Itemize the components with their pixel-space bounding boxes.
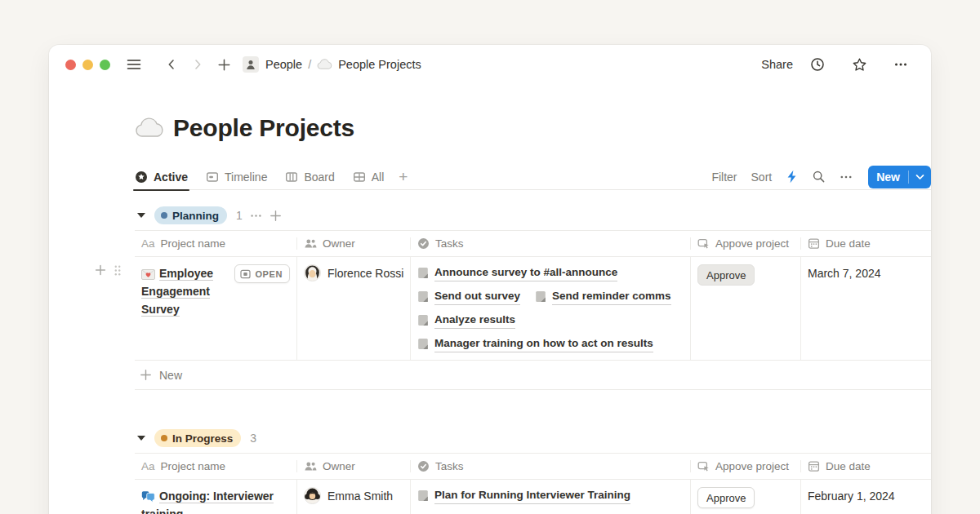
project-name-cell[interactable]: Ongoing: Interviewer training (135, 480, 296, 514)
people-icon (304, 237, 317, 250)
search-icon[interactable] (812, 170, 826, 184)
favorite-star-icon[interactable] (850, 55, 868, 73)
page-icon (417, 290, 429, 303)
column-header-due-date[interactable]: Due date (800, 460, 931, 472)
target-star-icon (135, 171, 148, 184)
status-dot (161, 212, 167, 219)
more-options-icon[interactable] (892, 55, 910, 73)
tab-timeline[interactable]: Timeline (206, 164, 267, 190)
cloud-icon (135, 117, 164, 139)
view-toolbar: Active Timeline Board All + (135, 164, 931, 190)
traffic-lights (65, 60, 110, 70)
view-more-icon[interactable] (840, 171, 853, 184)
page-icon (417, 338, 429, 350)
group-more-icon[interactable] (250, 210, 262, 222)
table-in-progress: Aa Project name Owner Tasks (135, 453, 931, 514)
owner-cell[interactable]: Emma Smith (296, 480, 410, 514)
plus-icon (140, 369, 152, 381)
text-property-icon: Aa (141, 460, 155, 472)
breadcrumb-root[interactable]: People (265, 58, 302, 71)
text-property-icon: Aa (141, 237, 155, 250)
minimize-window-button[interactable] (82, 60, 93, 70)
task-link[interactable]: Send out survey (417, 288, 520, 305)
tab-all[interactable]: All (353, 164, 385, 190)
task-link[interactable]: Send reminder comms (535, 288, 671, 305)
approve-button[interactable]: Approve (697, 487, 755, 508)
table-row[interactable]: OPEN Employee Engagement Survey Florence… (135, 257, 931, 361)
open-peek-button[interactable]: OPEN (234, 264, 290, 283)
tasks-cell[interactable]: Plan for Running Interviewer Training Ru… (410, 480, 690, 514)
filter-button[interactable]: Filter (711, 171, 737, 184)
column-header-owner[interactable]: Owner (296, 460, 410, 472)
table-planning: Aa Project name Owner Tasks (135, 230, 931, 361)
due-date-value: March 7, 2024 (808, 267, 881, 280)
tab-board[interactable]: Board (285, 164, 334, 190)
column-header-approve-project[interactable]: Appove project (690, 237, 800, 250)
column-header-approve-project[interactable]: Appove project (690, 460, 800, 472)
column-header-project-name[interactable]: Aa Project name (135, 237, 296, 250)
share-button[interactable]: Share (761, 58, 793, 71)
column-label: Owner (323, 237, 355, 250)
column-label: Appove project (715, 237, 789, 250)
task-link[interactable]: Run interviewer training session (417, 511, 605, 514)
clock-icon[interactable] (808, 55, 826, 73)
column-header-due-date[interactable]: Due date (800, 237, 931, 250)
row-hover-controls (94, 264, 122, 277)
owner-name: Florence Rossi (327, 267, 403, 280)
collapse-toggle-icon[interactable] (137, 213, 145, 218)
people-page-icon[interactable] (243, 56, 259, 73)
due-date-cell[interactable]: February 1, 2024 (800, 480, 931, 514)
new-record-button[interactable]: New (868, 166, 931, 188)
back-icon[interactable] (163, 55, 180, 73)
collapse-toggle-icon[interactable] (137, 436, 145, 441)
new-page-icon[interactable] (215, 55, 233, 73)
column-label: Due date (826, 460, 871, 472)
drag-handle-icon[interactable] (114, 264, 122, 277)
zoom-window-button[interactable] (100, 60, 110, 70)
task-link[interactable]: Manager training on how to act on result… (417, 335, 653, 352)
page-title[interactable]: People Projects (173, 114, 354, 142)
close-window-button[interactable] (65, 60, 76, 70)
check-circle-icon (417, 460, 430, 472)
group-add-icon[interactable] (270, 210, 282, 222)
approve-cell: Approve (690, 480, 800, 514)
tab-label: Timeline (225, 171, 267, 184)
chevron-down-icon[interactable] (909, 174, 931, 180)
group-count: 3 (250, 432, 256, 445)
task-link[interactable]: Announce survey to #all-announce (417, 264, 617, 281)
breadcrumb-current[interactable]: People Projects (338, 58, 421, 71)
sort-button[interactable]: Sort (751, 171, 773, 184)
task-link[interactable]: Analyze results (417, 312, 515, 329)
sidebar-menu-icon[interactable] (125, 55, 143, 73)
automation-lightning-icon[interactable] (786, 170, 798, 184)
owner-cell[interactable]: Florence Rossi (296, 257, 410, 360)
table-header-row: Aa Project name Owner Tasks (135, 453, 931, 480)
add-row-icon[interactable] (94, 264, 107, 277)
approve-button[interactable]: Approve (697, 264, 755, 286)
project-name-link[interactable]: Ongoing: Interviewer training (141, 490, 274, 514)
due-date-cell[interactable]: March 7, 2024 (800, 257, 931, 360)
people-icon (304, 460, 317, 472)
tasks-cell[interactable]: Announce survey to #all-announce Send ou… (410, 257, 690, 360)
forward-icon[interactable] (189, 55, 207, 73)
due-date-value: February 1, 2024 (808, 490, 895, 503)
status-badge[interactable]: In Progress (154, 429, 241, 447)
status-badge[interactable]: Planning (154, 206, 227, 224)
project-name-cell[interactable]: OPEN Employee Engagement Survey (135, 257, 296, 360)
table-row[interactable]: Ongoing: Interviewer training Emma Smith (135, 480, 931, 514)
tab-active[interactable]: Active (135, 164, 188, 190)
column-label: Project name (161, 237, 226, 250)
add-view-button[interactable]: + (399, 168, 408, 186)
group-header-in-progress: In Progress 3 (135, 428, 931, 448)
task-link[interactable]: Plan for Running Interviewer Training (417, 487, 630, 504)
group-name: Planning (172, 210, 219, 222)
window-topbar: People / People Projects Share (49, 45, 931, 84)
column-header-owner[interactable]: Owner (296, 237, 410, 250)
column-header-tasks[interactable]: Tasks (410, 237, 690, 250)
column-label: Appove project (715, 460, 789, 472)
column-header-project-name[interactable]: Aa Project name (135, 460, 296, 472)
add-new-row[interactable]: New (135, 361, 931, 390)
column-label: Tasks (435, 237, 464, 250)
column-header-tasks[interactable]: Tasks (410, 460, 690, 472)
cloud-icon (317, 59, 332, 70)
